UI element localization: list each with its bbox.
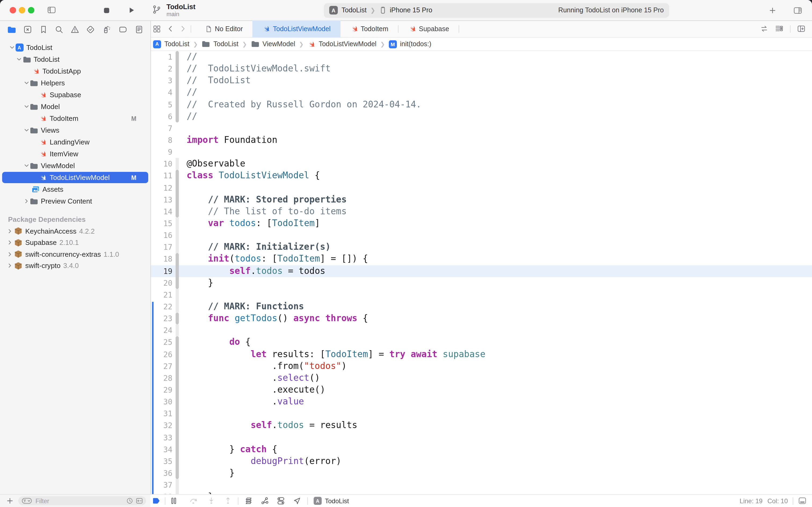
tab-supabase[interactable]: Supabase — [399, 20, 459, 37]
sidebar-item-preview-content[interactable]: Preview Content — [0, 195, 151, 207]
project-navigator-icon[interactable] — [7, 25, 16, 34]
code-line-34: 34 } catch { — [151, 443, 812, 455]
tab-todoitem[interactable]: TodoItem — [340, 20, 398, 37]
line-number: 12 — [151, 182, 172, 193]
scheme-app-name[interactable]: TodoList — [342, 6, 366, 14]
reports-navigator-icon[interactable] — [135, 25, 143, 34]
package-item-keychainaccess[interactable]: KeychainAccess4.2.2 — [0, 225, 151, 237]
iphone-icon — [379, 6, 387, 14]
line-number: 29 — [151, 384, 172, 396]
chevron-down-icon[interactable] — [23, 127, 30, 133]
code-line-4: 4// — [151, 87, 812, 99]
change-bar — [175, 75, 179, 87]
recent-files-icon[interactable] — [126, 497, 133, 504]
change-bar — [175, 420, 179, 432]
toggle-left-sidebar-icon[interactable] — [47, 6, 56, 14]
swap-editors-icon[interactable] — [760, 25, 768, 33]
scheme-selector[interactable]: A TodoList ❯ iPhone 15 Pro Running TodoL… — [324, 3, 669, 17]
breakpoints-toggle-button[interactable] — [153, 497, 161, 505]
sidebar-item-assets[interactable]: Assets — [0, 183, 151, 195]
code-line-24: 24 — [151, 324, 812, 336]
breadcrumb-label: TodoList — [164, 40, 189, 48]
pause-button[interactable] — [170, 497, 178, 505]
package-item-supabase[interactable]: Supabase2.10.1 — [0, 237, 151, 248]
add-file-button[interactable] — [6, 497, 13, 504]
find-navigator-icon[interactable] — [55, 25, 63, 34]
view-hierarchy-button[interactable] — [244, 497, 253, 505]
cursor-line-indicator: Line: 19 — [740, 497, 763, 505]
document-icon — [205, 25, 212, 33]
chevron-down-icon[interactable] — [23, 80, 30, 86]
sidebar-item-views[interactable]: Views — [0, 124, 151, 136]
sidebar-item-itemview[interactable]: ItemView — [0, 148, 151, 160]
chevron-right-icon[interactable] — [6, 228, 13, 234]
filter-menu-icon[interactable] — [21, 497, 33, 504]
source-editor[interactable]: 1//2// TodoListViewModel.swift3// TodoLi… — [151, 51, 812, 494]
stop-button[interactable] — [103, 7, 110, 14]
sidebar-item-todolist[interactable]: ATodoList — [0, 42, 151, 53]
add-tab-button[interactable] — [769, 7, 776, 14]
change-bar — [175, 396, 179, 408]
back-button[interactable] — [167, 25, 174, 33]
zoom-button[interactable] — [28, 7, 35, 13]
chevron-down-icon[interactable] — [23, 104, 30, 110]
source-control-navigator-icon[interactable] — [23, 25, 32, 34]
forward-button[interactable] — [179, 25, 186, 33]
package-item-swift-concurrency-extras[interactable]: swift-concurrency-extras1.1.0 — [0, 248, 151, 260]
package-item-swift-crypto[interactable]: swift-crypto3.4.0 — [0, 260, 151, 272]
running-app-icon: A — [313, 497, 322, 505]
package-icon — [14, 227, 22, 235]
sidebar-item-todoitem[interactable]: TodoItemM — [0, 113, 151, 124]
chevron-down-icon[interactable] — [16, 56, 22, 62]
tests-navigator-icon[interactable] — [86, 25, 95, 34]
close-button[interactable] — [10, 7, 16, 13]
minimap-icon[interactable] — [775, 25, 784, 33]
run-button[interactable] — [128, 6, 135, 14]
tab-todolistviewmodel[interactable]: TodoListViewModel — [252, 20, 340, 37]
breadcrumb-item-todolist[interactable]: TodoList — [201, 40, 238, 48]
sidebar-item-landingview[interactable]: LandingView — [0, 136, 151, 148]
change-bar — [175, 193, 179, 206]
environment-overrides-button[interactable] — [277, 497, 285, 505]
sidebar-item-todolistviewmodel[interactable]: TodoListViewModelM — [0, 172, 151, 183]
chevron-right-icon[interactable] — [6, 251, 13, 257]
bookmarks-navigator-icon[interactable] — [39, 25, 48, 34]
toggle-debug-area-icon[interactable] — [798, 497, 807, 505]
toggle-right-sidebar-icon[interactable] — [793, 6, 803, 15]
chevron-right-icon[interactable] — [6, 263, 13, 269]
chevron-right-icon[interactable] — [23, 198, 30, 204]
line-number: 6 — [151, 110, 172, 122]
tab-bar-actions — [760, 25, 812, 33]
minimize-button[interactable] — [19, 7, 25, 13]
debug-navigator-icon[interactable] — [102, 25, 111, 34]
chevron-down-icon[interactable] — [23, 163, 30, 169]
sidebar-item-todolist[interactable]: TodoList — [0, 53, 151, 65]
sidebar-item-helpers[interactable]: Helpers — [0, 77, 151, 89]
breadcrumb-item-todolistviewmodel[interactable]: TodoListViewModel — [307, 40, 376, 48]
sidebar-item-viewmodel[interactable]: ViewModel — [0, 160, 151, 172]
code-line-23: 23 func getTodos() async throws { — [151, 313, 812, 324]
memory-graph-button[interactable] — [260, 497, 269, 505]
sidebar-item-supabase[interactable]: Supabase — [0, 89, 151, 101]
sidebar-item-todolistapp[interactable]: TodoListApp — [0, 65, 151, 77]
breakpoints-navigator-icon[interactable] — [118, 25, 128, 34]
scheme-destination[interactable]: iPhone 15 Pro — [390, 6, 432, 14]
sidebar-item-model[interactable]: Model — [0, 101, 151, 113]
add-editor-icon[interactable] — [797, 25, 806, 33]
simulate-location-button[interactable] — [293, 497, 301, 505]
breadcrumb-item-todolist[interactable]: ATodoList — [153, 40, 189, 48]
line-number: 9 — [151, 146, 172, 158]
swift-icon — [39, 91, 47, 99]
breadcrumb-item-init-todos-[interactable]: Minit(todos:) — [389, 40, 431, 48]
editor-overview-icon[interactable] — [153, 25, 161, 33]
chevron-right-icon[interactable] — [6, 240, 13, 246]
package-name: KeychainAccess — [25, 227, 76, 235]
chevron-down-icon[interactable] — [9, 45, 15, 51]
flag-filter-icon[interactable] — [135, 497, 143, 504]
filter-field[interactable]: Filter — [18, 496, 146, 506]
issues-navigator-icon[interactable] — [70, 25, 79, 34]
change-bar — [175, 301, 179, 313]
breadcrumb-item-viewmodel[interactable]: ViewModel — [251, 40, 295, 48]
tab-no-editor[interactable]: No Editor — [195, 20, 252, 37]
change-bar — [175, 241, 179, 253]
